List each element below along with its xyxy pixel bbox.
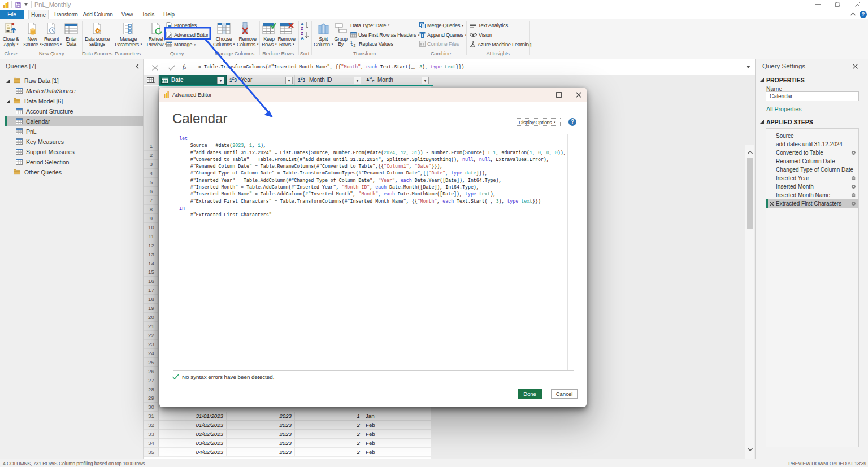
svg-text:A: A [301, 36, 304, 40]
svg-text:1: 1 [350, 41, 353, 45]
svg-text:2: 2 [354, 43, 356, 47]
svg-text:Z: Z [301, 26, 303, 30]
